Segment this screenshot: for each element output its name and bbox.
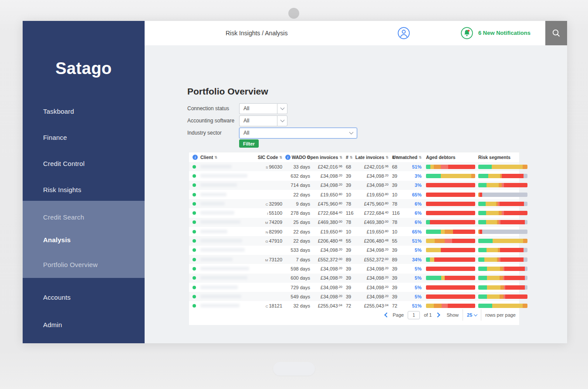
status-dot bbox=[193, 267, 196, 271]
late-count-cell: 89 bbox=[389, 257, 402, 262]
table-row[interactable]: I55100 278 days £722,684.40 116 £722,684… bbox=[189, 208, 519, 217]
late-invoices-cell: £469,380.00 bbox=[355, 220, 389, 225]
sidebar-item-taskboard[interactable]: Taskboard bbox=[43, 108, 74, 115]
redacted-client-name bbox=[200, 230, 227, 233]
risk-segments-cell bbox=[474, 211, 527, 215]
table-row[interactable]: 600 days £34,098.20 39 £34,098.20 39 5% bbox=[189, 274, 519, 283]
open-invoices-cell: £34,098.20 bbox=[310, 266, 342, 271]
col-wado[interactable]: iWADO⇅ bbox=[282, 155, 310, 160]
sidebar-item-risk-insights[interactable]: Risk Insights bbox=[43, 186, 81, 193]
table-row[interactable]: M74209 25 days £469,380.00 78 £469,380.0… bbox=[189, 218, 519, 227]
connection-status-select[interactable]: All bbox=[239, 103, 287, 114]
table-row[interactable]: 549 days £34,098.20 39 £34,098.20 39 5% bbox=[189, 292, 519, 301]
late-count-cell: 78 bbox=[389, 220, 402, 225]
client-cell bbox=[200, 210, 251, 216]
table-row[interactable]: 729 days £34,098.20 39 £34,098.20 39 5% bbox=[189, 283, 519, 292]
sidebar-item-admin[interactable]: Admin bbox=[43, 321, 62, 328]
rows-per-page-label: rows per page bbox=[485, 312, 516, 318]
col-open-count[interactable]: #⇅ bbox=[342, 155, 355, 160]
sidebar-item-finance[interactable]: Finance bbox=[43, 134, 67, 141]
open-count-cell: 55 bbox=[342, 238, 355, 244]
risk-segments-bar bbox=[478, 165, 527, 169]
col-aged-debtors: Aged debtors bbox=[422, 155, 474, 160]
col-open-invoices[interactable]: Open invoices⇅ bbox=[310, 155, 342, 160]
open-invoices-cell: £34,098.20 bbox=[310, 183, 342, 188]
sic-code-cell bbox=[251, 294, 282, 299]
sidebar-item-portfolio-overview[interactable]: Portfolio Overview bbox=[43, 261, 98, 268]
sidebar-item-analysis[interactable]: Analysis bbox=[43, 236, 71, 244]
aged-debtors-bar bbox=[426, 193, 475, 197]
next-page-icon[interactable] bbox=[435, 312, 440, 317]
client-info-icon[interactable]: i bbox=[193, 155, 198, 160]
status-dot bbox=[193, 286, 196, 289]
late-invoices-cell: £475,960.80 bbox=[355, 201, 389, 206]
table-row[interactable]: S96030 33 days £242,016.96 68 £242,016.9… bbox=[189, 162, 519, 171]
client-cell bbox=[200, 238, 251, 244]
col-client[interactable]: Client⇅ bbox=[200, 155, 251, 160]
risk-segments-cell bbox=[474, 220, 527, 224]
open-invoices-cell: £19,650.80 bbox=[310, 229, 342, 234]
filter-button[interactable]: Filter bbox=[239, 139, 259, 148]
redacted-client-name bbox=[200, 294, 241, 298]
prev-page-icon[interactable] bbox=[385, 312, 389, 317]
accounting-software-select[interactable]: All bbox=[239, 115, 287, 126]
unmatched-cell: 65% bbox=[402, 192, 422, 197]
aged-debtors-bar bbox=[426, 257, 475, 262]
industry-sector-dropdown-button[interactable] bbox=[345, 132, 357, 134]
search-button[interactable] bbox=[545, 21, 567, 45]
unmatched-cell: 5% bbox=[402, 294, 422, 299]
open-invoices-cell: £242,016.96 bbox=[310, 164, 342, 169]
wado-cell: 22 days bbox=[282, 238, 310, 244]
sidebar-item-accounts[interactable]: Accounts bbox=[43, 294, 71, 301]
wado-info-icon[interactable]: i bbox=[285, 155, 291, 160]
open-invoices-cell: £34,098.20 bbox=[310, 285, 342, 290]
table-row[interactable]: 714 days £34,098.20 39 £34,098.20 39 3% bbox=[189, 181, 519, 190]
open-invoices-cell: £34,098.20 bbox=[310, 275, 342, 281]
satago-logo: Satago bbox=[23, 59, 145, 78]
sidebar-item-credit-search[interactable]: Credit Search bbox=[43, 213, 84, 221]
table-row[interactable]: 22 days £19,650.80 10 £19,650.80 10 65% bbox=[189, 190, 519, 199]
status-cell bbox=[193, 183, 200, 188]
rows-per-page-select[interactable]: 25 bbox=[467, 312, 477, 318]
status-cell bbox=[193, 229, 200, 234]
late-count-cell: 116 bbox=[389, 210, 402, 216]
notifications-link[interactable]: 6 New Notifications bbox=[478, 21, 531, 45]
status-dot bbox=[193, 304, 196, 308]
open-invoices-cell: £722,684.40 bbox=[310, 210, 342, 216]
aged-debtors-bar bbox=[426, 239, 475, 243]
late-invoices-cell: £255,043.04 bbox=[355, 303, 389, 308]
table-row[interactable]: 632 days £34,098.20 39 £34,098.20 39 3% bbox=[189, 171, 519, 180]
industry-sector-select[interactable]: All bbox=[239, 128, 357, 139]
accounting-software-dropdown-button[interactable] bbox=[277, 115, 287, 126]
late-count-cell: 39 bbox=[389, 285, 402, 290]
connection-status-dropdown-button[interactable] bbox=[277, 103, 287, 114]
user-avatar-icon[interactable] bbox=[398, 27, 410, 39]
unmatched-cell: 6% bbox=[402, 201, 422, 206]
risk-segments-bar bbox=[478, 183, 527, 187]
col-sic-code[interactable]: SIC Code⇅ bbox=[251, 155, 282, 160]
sic-code-cell bbox=[251, 192, 282, 197]
client-cell bbox=[200, 220, 251, 225]
col-unmatched[interactable]: Unmatched⇅ bbox=[402, 155, 422, 160]
table-row[interactable]: M73120 7 days £552,372.00 89 £552,372.00… bbox=[189, 255, 519, 264]
table-row[interactable]: C32990 9 days £475,960.80 78 £475,960.80… bbox=[189, 199, 519, 208]
chevron-down-icon bbox=[474, 312, 477, 316]
table-row[interactable]: G47910 22 days £206,480.48 55 £206,480.4… bbox=[189, 236, 519, 245]
sidebar-item-credit-control[interactable]: Credit Control bbox=[43, 160, 84, 167]
col-risk-segments: Risk segments bbox=[474, 155, 516, 160]
unmatched-cell: 51% bbox=[402, 164, 422, 169]
status-cell bbox=[193, 210, 200, 216]
status-cell bbox=[193, 238, 200, 244]
table-row[interactable]: 598 days £34,098.20 39 £34,098.20 39 5% bbox=[189, 264, 519, 273]
unmatched-cell: 5% bbox=[402, 266, 422, 271]
table-row[interactable]: 533 days £34,098.20 39 £34,098.20 39 5% bbox=[189, 246, 519, 255]
notification-bell-icon[interactable] bbox=[461, 27, 473, 39]
unmatched-cell: 65% bbox=[402, 229, 422, 234]
col-late-invoices[interactable]: Late invoices⇅ bbox=[355, 155, 389, 160]
sic-code-cell: G47910 bbox=[251, 238, 282, 244]
wado-cell: 714 days bbox=[282, 183, 310, 188]
page-number-input[interactable] bbox=[408, 311, 420, 319]
table-row[interactable]: N82990 22 days £19,650.80 10 £19,650.80 … bbox=[189, 227, 519, 236]
risk-segments-bar bbox=[478, 285, 527, 290]
wado-cell: 600 days bbox=[282, 275, 310, 281]
